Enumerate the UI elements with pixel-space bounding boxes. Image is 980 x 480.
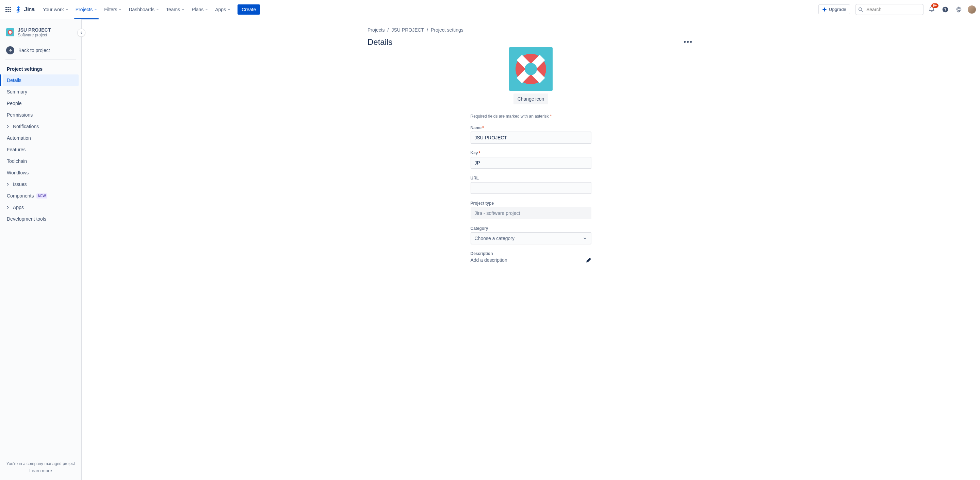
sidebar-item-workflows[interactable]: Workflows [3, 167, 79, 179]
breadcrumb-settings[interactable]: Project settings [431, 27, 463, 33]
chevron-down-icon [181, 8, 185, 11]
sidebar-footer: You're in a company-managed project Lear… [3, 459, 79, 476]
sidebar-item-summary[interactable]: Summary [3, 86, 79, 98]
svg-point-0 [859, 8, 862, 11]
key-input[interactable] [471, 157, 592, 169]
sidebar-item-issues[interactable]: Issues [3, 179, 79, 190]
nav-plans[interactable]: Plans [189, 4, 211, 15]
nav-dashboards[interactable]: Dashboards [126, 4, 162, 15]
project-name: JSU PROJECT [18, 27, 51, 33]
app-switcher-icon[interactable] [4, 5, 12, 14]
project-avatar [509, 47, 553, 91]
nav-apps[interactable]: Apps [212, 4, 234, 15]
category-select[interactable]: Choose a category [471, 232, 592, 244]
chevron-down-icon [227, 8, 231, 11]
jira-icon [15, 6, 22, 13]
description-label: Description [471, 251, 592, 256]
sidebar-item-apps[interactable]: Apps [3, 201, 79, 213]
user-avatar[interactable] [968, 5, 976, 14]
sidebar-item-features[interactable]: Features [3, 144, 79, 155]
description-field[interactable]: Add a description [471, 257, 592, 263]
breadcrumb-project[interactable]: JSU PROJECT [391, 27, 424, 33]
url-label: URL [471, 176, 592, 181]
nav-teams[interactable]: Teams [163, 4, 188, 15]
help-icon: ? [942, 6, 949, 13]
breadcrumb-projects[interactable]: Projects [368, 27, 385, 33]
chevron-right-icon [5, 205, 10, 210]
jira-logo-text: Jira [24, 6, 35, 13]
back-to-project-link[interactable]: Back to project [3, 43, 79, 58]
divider [5, 59, 76, 60]
chevron-left-icon [80, 31, 83, 34]
required-note: Required fields are marked with an aster… [471, 114, 592, 119]
lifesaver-icon [515, 54, 546, 84]
sidebar-item-details[interactable]: Details [3, 74, 79, 86]
project-header: JSU PROJECT Software project [3, 27, 79, 43]
pencil-icon [586, 257, 592, 263]
page-title: Details [368, 37, 392, 47]
chevron-down-icon [65, 8, 69, 11]
nav-your-work[interactable]: Your work [40, 4, 72, 15]
learn-more-link[interactable]: Learn more [5, 468, 76, 473]
sidebar: JSU PROJECT Software project Back to pro… [0, 19, 82, 480]
sidebar-item-notifications[interactable]: Notifications [3, 121, 79, 132]
jira-logo[interactable]: Jira [15, 6, 35, 13]
chevron-down-icon [582, 236, 587, 241]
sidebar-item-permissions[interactable]: Permissions [3, 109, 79, 121]
sidebar-item-automation[interactable]: Automation [3, 132, 79, 144]
back-arrow-icon [6, 46, 14, 54]
search-icon [858, 7, 863, 12]
category-label: Category [471, 226, 592, 231]
gear-icon [956, 6, 962, 13]
sparkle-icon [822, 7, 827, 12]
search-input[interactable] [856, 4, 924, 15]
chevron-down-icon [118, 8, 122, 11]
sidebar-item-people[interactable]: People [3, 98, 79, 109]
url-input[interactable] [471, 182, 592, 194]
main-content: Projects / JSU PROJECT / Project setting… [82, 19, 980, 480]
project-icon [6, 28, 14, 36]
settings-button[interactable] [953, 4, 964, 15]
nav-filters[interactable]: Filters [102, 4, 124, 15]
chevron-down-icon [205, 8, 208, 11]
collapse-sidebar-button[interactable] [77, 29, 86, 37]
create-button[interactable]: Create [237, 5, 260, 14]
sidebar-item-components[interactable]: ComponentsNEW [3, 190, 79, 201]
change-icon-button[interactable]: Change icon [514, 93, 549, 105]
nav-projects[interactable]: Projects [73, 4, 100, 15]
name-input[interactable] [471, 131, 592, 144]
name-label: Name* [471, 125, 592, 130]
sidebar-section-title: Project settings [3, 63, 79, 74]
sidebar-item-dev-tools[interactable]: Development tools [3, 213, 79, 225]
project-type-label: Software project [18, 33, 51, 37]
notifications-button[interactable]: 9+ [926, 4, 937, 15]
svg-text:?: ? [944, 7, 946, 11]
chevron-down-icon [94, 8, 97, 11]
top-nav: Jira Your work Projects Filters Dashboar… [0, 0, 980, 19]
new-badge: NEW [37, 193, 47, 198]
notification-badge: 9+ [931, 3, 939, 8]
project-type-label: Project type [471, 201, 592, 206]
sidebar-item-toolchain[interactable]: Toolchain [3, 155, 79, 167]
nav-items: Your work Projects Filters Dashboards Te… [40, 4, 260, 15]
chevron-right-icon [5, 124, 10, 129]
help-button[interactable]: ? [940, 4, 951, 15]
breadcrumb: Projects / JSU PROJECT / Project setting… [368, 27, 694, 33]
chevron-down-icon [156, 8, 159, 11]
project-type-input [471, 207, 592, 219]
upgrade-button[interactable]: Upgrade [818, 5, 850, 14]
key-label: Key* [471, 150, 592, 155]
more-actions-button[interactable]: ••• [682, 37, 694, 47]
chevron-right-icon [5, 182, 10, 187]
search-box [856, 4, 924, 15]
